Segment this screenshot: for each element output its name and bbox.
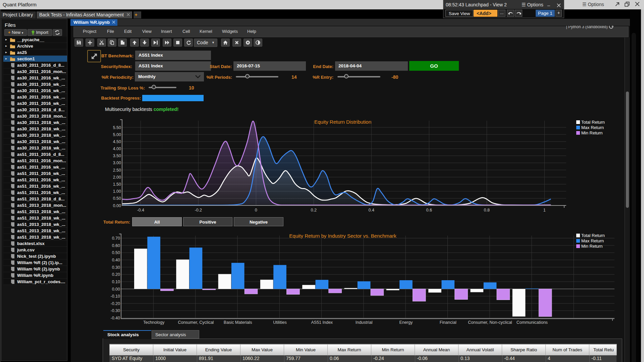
svg-text:-0.2: -0.2 <box>195 208 202 213</box>
svg-text:Technology: Technology <box>143 320 165 325</box>
svg-text:Industrial: Industrial <box>356 320 373 325</box>
svg-text:Communications: Communications <box>517 320 548 325</box>
svg-text:Financial: Financial <box>440 320 457 325</box>
svg-text:3.50: 3.50 <box>113 154 121 158</box>
svg-text:3.00: 3.00 <box>113 161 121 165</box>
svg-text:1: 1 <box>543 208 546 213</box>
svg-text:Energy: Energy <box>399 320 413 325</box>
svg-text:0.50: 0.50 <box>112 250 120 255</box>
svg-text:0.40: 0.40 <box>112 258 120 262</box>
svg-text:0.2: 0.2 <box>311 208 317 213</box>
svg-text:0.10: 0.10 <box>112 280 120 284</box>
svg-text:Consumer, Cyclical: Consumer, Cyclical <box>178 320 214 325</box>
svg-text:-0.30: -0.30 <box>111 308 120 313</box>
svg-text:4.00: 4.00 <box>113 146 121 151</box>
svg-text:0.6: 0.6 <box>426 208 432 213</box>
svg-text:0.30: 0.30 <box>112 265 120 270</box>
svg-text:AS51 Index: AS51 Index <box>311 320 333 325</box>
svg-text:0.70: 0.70 <box>112 236 120 241</box>
svg-text:4.50: 4.50 <box>113 139 121 144</box>
svg-text:2.00: 2.00 <box>113 175 121 180</box>
svg-text:-0.40: -0.40 <box>111 316 120 320</box>
svg-text:0.00: 0.00 <box>112 287 120 292</box>
svg-text:5.00: 5.00 <box>113 132 121 137</box>
svg-text:5.50: 5.50 <box>113 125 121 130</box>
svg-text:Consumer, Non-cyclical: Consumer, Non-cyclical <box>468 320 512 325</box>
svg-text:0.60: 0.60 <box>112 243 120 248</box>
svg-text:1.50: 1.50 <box>113 182 121 187</box>
svg-text:-0.20: -0.20 <box>111 301 120 306</box>
svg-text:0.00: 0.00 <box>113 203 121 208</box>
svg-text:0.4: 0.4 <box>369 208 374 213</box>
svg-text:0.20: 0.20 <box>112 272 120 277</box>
svg-text:-0.4: -0.4 <box>137 208 145 213</box>
svg-text:0.8: 0.8 <box>484 208 490 213</box>
svg-text:0.50: 0.50 <box>113 196 121 201</box>
svg-text:2.50: 2.50 <box>113 168 121 173</box>
svg-text:Basic Materials: Basic Materials <box>224 320 252 325</box>
svg-text:1.00: 1.00 <box>113 189 121 194</box>
svg-text:-0.10: -0.10 <box>111 294 120 299</box>
svg-text:Utilities: Utilities <box>273 320 286 325</box>
svg-text:0: 0 <box>255 208 257 213</box>
